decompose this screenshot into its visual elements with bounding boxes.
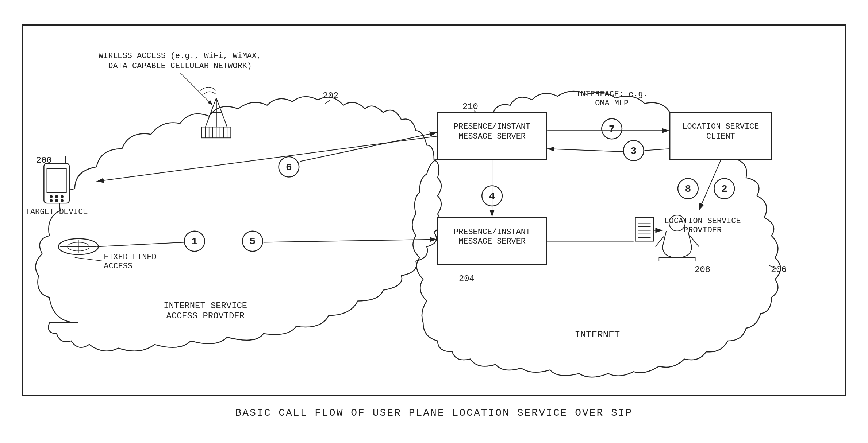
- location-service-client-label: LOCATION SERVICE: [682, 122, 759, 131]
- document-icon: [635, 218, 654, 241]
- arrow-5-to-bot-server: [264, 240, 437, 242]
- svg-point-18: [50, 195, 53, 198]
- wireless-access-label: WIRLESS ACCESS (e.g., WiFi, WiMAX,: [99, 51, 261, 61]
- fixed-lined-label2: ACCESS: [104, 262, 132, 271]
- svg-rect-17: [47, 169, 66, 193]
- wireless-access-label2: DATA CAPABLE CELLULAR NETWORK): [108, 62, 252, 71]
- internet-label: INTERNET: [575, 329, 620, 340]
- line-3-right: [645, 149, 670, 151]
- presence-server-bot-label2: MESSAGE SERVER: [458, 237, 526, 246]
- svg-point-19: [55, 195, 58, 198]
- fixed-lined-arrow: [75, 257, 104, 261]
- num-7: 7: [609, 124, 615, 135]
- presence-server-top-label2: MESSAGE SERVER: [458, 132, 526, 141]
- line-1-left: [96, 242, 184, 246]
- router-disk: [58, 239, 98, 255]
- internet-service-label: INTERNET SERVICE: [164, 301, 247, 311]
- diagram-caption: BASIC CALL FLOW OF USER PLANE LOCATION S…: [235, 407, 633, 419]
- loc-service-provider-label2: PROVIDER: [683, 226, 722, 235]
- num-1: 1: [192, 236, 198, 247]
- arrow-6-to-server: [300, 132, 437, 162]
- wireless-arrow: [180, 73, 212, 105]
- ref-208: 208: [695, 265, 710, 275]
- svg-point-23: [61, 199, 64, 202]
- ref-204: 204: [459, 274, 475, 284]
- num-8: 8: [685, 183, 691, 195]
- antenna-tower: [200, 87, 231, 138]
- fixed-lined-label: FIXED LINED: [104, 253, 156, 262]
- presence-server-bot-label: PRESENCE/INSTANT: [454, 228, 530, 237]
- loc-service-provider-label: LOCATION SERVICE: [664, 217, 741, 226]
- ref-210: 210: [462, 102, 478, 112]
- interface-label2: OMA MLP: [595, 99, 629, 108]
- diagram-border: PRESENCE/INSTANT MESSAGE SERVER 210 PRES…: [22, 24, 846, 396]
- ref-200: 200: [36, 155, 52, 165]
- ref-206: 206: [771, 265, 787, 275]
- num-5: 5: [250, 236, 256, 247]
- svg-point-21: [50, 199, 53, 202]
- arrow-6-return: [96, 136, 437, 181]
- internet-service-label2: ACCESS PROVIDER: [166, 311, 245, 321]
- svg-point-22: [55, 199, 58, 202]
- svg-rect-33: [659, 257, 695, 261]
- page-container: PRESENCE/INSTANT MESSAGE SERVER 210 PRES…: [0, 0, 868, 443]
- arrow-3-to-server: [547, 149, 623, 152]
- diagram-svg: PRESENCE/INSTANT MESSAGE SERVER 210 PRES…: [23, 26, 845, 395]
- location-service-client-label2: CLIENT: [706, 132, 735, 141]
- interface-label: INTERFACE: e.g.: [576, 90, 648, 99]
- num-2: 2: [721, 183, 727, 195]
- num-6: 6: [286, 162, 292, 173]
- ref-202: 202: [323, 91, 338, 101]
- target-device-label: TARGET DEVICE: [26, 207, 88, 217]
- svg-point-20: [61, 195, 64, 198]
- presence-server-top-label: PRESENCE/INSTANT: [454, 122, 530, 131]
- num-3: 3: [630, 145, 637, 157]
